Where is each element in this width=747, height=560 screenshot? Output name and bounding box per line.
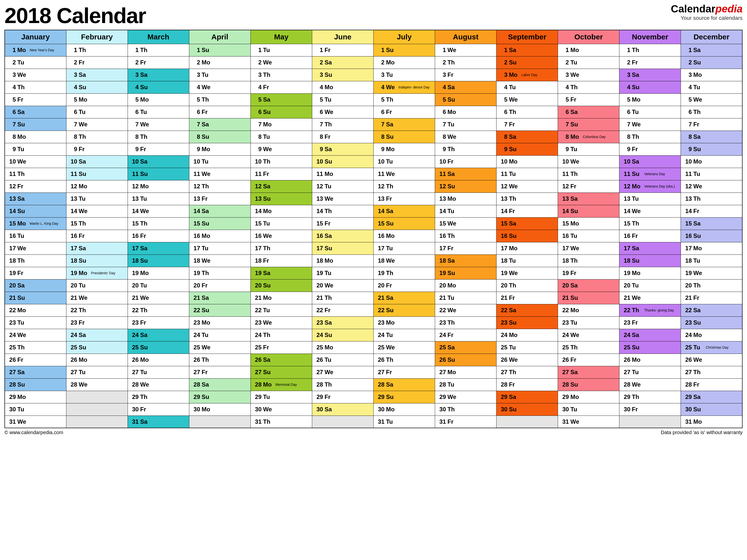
day-cell: 12Sa bbox=[251, 180, 312, 193]
day-cell: 14We bbox=[619, 205, 681, 217]
day-cell: 24Tu bbox=[189, 329, 251, 341]
day-cell: 29Mo bbox=[558, 391, 619, 403]
day-cell: 26Th bbox=[374, 354, 435, 366]
day-cell: 9Fr bbox=[66, 143, 128, 155]
month-header: December bbox=[681, 30, 742, 44]
day-cell bbox=[189, 415, 251, 428]
day-cell: 10Tu bbox=[189, 155, 251, 168]
day-cell: 11Mo bbox=[312, 168, 374, 180]
day-cell: 26Fr bbox=[5, 354, 66, 366]
day-cell: 25Th bbox=[5, 341, 66, 354]
day-cell: 26Tu bbox=[312, 354, 374, 366]
day-cell: 20Fr bbox=[374, 279, 435, 291]
day-cell: 19Su bbox=[435, 267, 496, 279]
day-cell: 5Su bbox=[435, 94, 496, 106]
day-cell: 5Th bbox=[374, 94, 435, 106]
day-cell: 20Th bbox=[681, 279, 742, 291]
day-cell: 30Tu bbox=[5, 403, 66, 415]
day-cell: 21Th bbox=[312, 291, 374, 304]
day-cell: 6Tu bbox=[66, 106, 128, 118]
page-title: 2018 Calendar bbox=[4, 3, 146, 28]
day-cell: 2Th bbox=[435, 56, 496, 69]
day-cell: 26Mo bbox=[619, 354, 681, 366]
day-cell: 16Tu bbox=[558, 230, 619, 242]
day-cell: 23Mo bbox=[189, 316, 251, 329]
day-cell: 3Tu bbox=[189, 69, 251, 81]
day-cell: 30We bbox=[251, 403, 312, 415]
day-cell: 15Su bbox=[374, 217, 435, 230]
day-cell: 25Su bbox=[619, 341, 681, 354]
day-cell: 16Mo bbox=[374, 230, 435, 242]
day-cell: 19Tu bbox=[312, 267, 374, 279]
day-cell: 11Tu bbox=[681, 168, 742, 180]
day-cell: 4We bbox=[189, 81, 251, 94]
day-cell: 13We bbox=[312, 193, 374, 205]
day-cell: 8Fr bbox=[312, 131, 374, 143]
day-cell: 29Sa bbox=[496, 391, 558, 403]
day-cell: 27Th bbox=[681, 366, 742, 378]
day-cell: 27Th bbox=[496, 366, 558, 378]
day-cell: 18Fr bbox=[251, 254, 312, 267]
day-cell: 29Th bbox=[619, 391, 681, 403]
day-cell: 10Sa bbox=[619, 155, 681, 168]
day-cell: 7Su bbox=[5, 118, 66, 131]
day-cell: 13Tu bbox=[128, 193, 189, 205]
day-cell: 22Th bbox=[66, 304, 128, 316]
day-cell: 8Th bbox=[619, 131, 681, 143]
day-cell: 15Th bbox=[128, 217, 189, 230]
day-cell: 14Sa bbox=[189, 205, 251, 217]
day-cell: 18Tu bbox=[496, 254, 558, 267]
day-cell: 24Tu bbox=[374, 329, 435, 341]
day-cell: 30Fr bbox=[619, 403, 681, 415]
day-cell: 25Su bbox=[66, 341, 128, 354]
day-cell: 1We bbox=[435, 44, 496, 56]
month-header: July bbox=[374, 30, 435, 44]
day-cell: 14Sa bbox=[374, 205, 435, 217]
day-cell: 12MoVeterans Day (obs.) bbox=[619, 180, 681, 193]
day-cell: 2Mo bbox=[374, 56, 435, 69]
day-cell: 18Sa bbox=[435, 254, 496, 267]
month-header: February bbox=[66, 30, 128, 44]
month-header: March bbox=[128, 30, 189, 44]
day-cell: 14Fr bbox=[496, 205, 558, 217]
day-cell: 14We bbox=[66, 205, 128, 217]
day-cell: 22Tu bbox=[251, 304, 312, 316]
day-cell: 8Tu bbox=[251, 131, 312, 143]
day-cell: 28We bbox=[66, 378, 128, 391]
day-cell: 29Su bbox=[189, 391, 251, 403]
day-cell: 21Sa bbox=[374, 291, 435, 304]
day-cell: 23Su bbox=[496, 316, 558, 329]
day-cell: 15Th bbox=[66, 217, 128, 230]
day-cell: 12Mo bbox=[128, 180, 189, 193]
day-cell: 19Fr bbox=[5, 267, 66, 279]
day-cell: 19MoPresidents' Day bbox=[66, 267, 128, 279]
day-cell: 19We bbox=[496, 267, 558, 279]
day-cell: 17Su bbox=[312, 242, 374, 254]
day-cell: 31We bbox=[558, 415, 619, 428]
day-cell: 5Mo bbox=[128, 94, 189, 106]
day-cell: 11Su bbox=[128, 168, 189, 180]
day-cell: 6Fr bbox=[374, 106, 435, 118]
day-cell: 22Sa bbox=[681, 304, 742, 316]
day-cell: 5Mo bbox=[66, 94, 128, 106]
day-cell: 24Fr bbox=[435, 329, 496, 341]
day-cell: 5Fr bbox=[558, 94, 619, 106]
day-cell: 31Tu bbox=[374, 415, 435, 428]
day-cell: 23Th bbox=[435, 316, 496, 329]
day-cell: 5Sa bbox=[251, 94, 312, 106]
day-cell: 9Su bbox=[496, 143, 558, 155]
day-cell: 7Mo bbox=[251, 118, 312, 131]
day-cell: 22Sa bbox=[496, 304, 558, 316]
day-cell: 14Th bbox=[312, 205, 374, 217]
day-cell: 19We bbox=[681, 267, 742, 279]
day-cell: 3Sa bbox=[66, 69, 128, 81]
day-cell: 24Sa bbox=[66, 329, 128, 341]
day-cell: 16Fr bbox=[619, 230, 681, 242]
day-cell bbox=[312, 415, 374, 428]
day-cell: 24Th bbox=[251, 329, 312, 341]
brand: Calendarpedia Your source for calendars bbox=[671, 3, 743, 21]
day-cell: 27Fr bbox=[189, 366, 251, 378]
day-cell: 18We bbox=[189, 254, 251, 267]
day-cell: 18Mo bbox=[312, 254, 374, 267]
day-cell: 26We bbox=[681, 354, 742, 366]
